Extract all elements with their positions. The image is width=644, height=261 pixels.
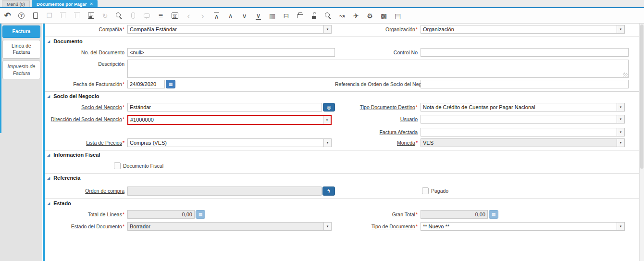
scrollbar-thumb[interactable] (640, 25, 644, 169)
calculator-icon: ▦ (492, 212, 496, 217)
section-socio-del-negocio: ◢ Socio del Negocio (45, 91, 644, 99)
print-icon[interactable] (296, 10, 305, 22)
tipo-documento-destino-select[interactable]: Nota de Crédito de Cuentas por Pagar Nac… (421, 103, 625, 112)
descripcion-label: Descripción (45, 60, 127, 67)
lock-icon[interactable] (310, 10, 319, 22)
form-icon[interactable]: ▤ (393, 10, 402, 22)
calendar-icon: ▦ (169, 82, 173, 87)
chevron-down-icon[interactable]: ▼ (323, 116, 331, 124)
calendar-icon[interactable]: 31 (170, 10, 179, 22)
referencia-orden-label: Referencia de Orden de Socio del Negocio (335, 80, 421, 87)
collapse-icon[interactable]: ◢ (47, 39, 50, 44)
collapse-icon[interactable]: ◢ (47, 176, 50, 180)
usuario-select[interactable]: ▼ (421, 115, 625, 124)
direccion-socio-label: Dirección del Socio del Negocio* (45, 115, 127, 122)
socio-negocio-input[interactable]: Estándar (127, 103, 322, 112)
calendar-picker-button[interactable]: ▦ (166, 80, 175, 88)
tipo-documento-label: Tipo de Documento* (335, 222, 421, 229)
print-preview-icon[interactable]: ▩ (379, 10, 388, 22)
chevron-down-icon[interactable]: ▼ (617, 128, 624, 136)
control-no-input[interactable] (421, 48, 629, 57)
fecha-facturacion-input[interactable]: 24/09/2020 (127, 80, 165, 88)
organizacion-select[interactable]: Organización▼ (421, 25, 625, 34)
last-record-icon[interactable]: ∨ (254, 10, 263, 22)
estado-documento-label: Estado del Documento* (45, 222, 127, 229)
bpartner-info-button[interactable]: ◎ (323, 103, 335, 112)
undo-icon[interactable]: ↶ (3, 10, 12, 22)
chevron-down-icon: ▼ (617, 139, 624, 147)
chevron-down-icon[interactable]: ▼ (617, 223, 624, 230)
toolbar: ↶?❐↻≡31‹›∧∧∨∨▥⊟↝✈⚙▩▤ (0, 8, 644, 24)
copy-record-icon: ❐ (45, 10, 54, 22)
resize-grip-icon[interactable] (623, 73, 628, 77)
organizacion-label: Organización* (335, 25, 421, 32)
section-estado: ◢ Estado (45, 199, 644, 206)
lista-precios-label: Lista de Precios* (45, 138, 127, 146)
tab-menu[interactable]: Menú (0) (2, 0, 30, 7)
preference-icon[interactable]: ⚙ (365, 10, 374, 22)
zoom-icon: ϟ (327, 188, 330, 194)
chevron-down-icon[interactable]: ▼ (617, 115, 624, 123)
factura-afectada-select[interactable]: ▼ (421, 128, 625, 137)
request-icon[interactable]: ✈ (351, 10, 360, 22)
sidebar-tab-impuesto-de-factura[interactable]: Impuesto de Factura (2, 61, 40, 79)
no-documento-input[interactable]: <null> (127, 48, 335, 57)
forward-icon: › (198, 10, 207, 22)
back-icon: ‹ (184, 10, 193, 22)
delete-record-icon (59, 10, 68, 22)
collapse-icon[interactable]: ◢ (47, 153, 50, 157)
help-icon[interactable]: ? (17, 10, 26, 22)
lista-precios-select[interactable]: Compras (VES)▼ (127, 138, 332, 147)
descripcion-textarea[interactable] (127, 60, 629, 78)
chevron-down-icon[interactable]: ▼ (323, 139, 331, 147)
documento-fiscal-checkbox[interactable] (114, 162, 121, 169)
first-record-icon[interactable]: ∧ (212, 10, 221, 22)
sidebar-tab-linea-de-factura[interactable]: Línea de Factura (2, 40, 40, 59)
total-lineas-input: 0,00 (127, 210, 195, 219)
close-tab-icon[interactable]: × (90, 1, 93, 6)
compania-select[interactable]: Compañía Estándar▼ (127, 25, 332, 34)
socio-negocio-label: Socio del Negocio* (45, 103, 127, 110)
chevron-down-icon: ▼ (323, 223, 331, 230)
gran-total-calculator-button[interactable]: ▦ (489, 210, 498, 219)
workflow-icon[interactable]: ↝ (337, 10, 347, 22)
collapse-icon[interactable]: ◢ (47, 201, 50, 206)
next-record-icon[interactable]: ∨ (240, 10, 249, 22)
bpartner-info-icon: ◎ (327, 105, 331, 110)
section-informacion-fiscal: ◢ Informacion Fiscal (45, 150, 644, 158)
gran-total-input: 0,00 (421, 210, 488, 219)
pagado-label: Pagado (431, 186, 448, 194)
report-icon[interactable]: ▥ (268, 10, 277, 22)
collapse-icon[interactable]: ◢ (47, 94, 50, 99)
no-documento-label: No. del Documento (45, 48, 127, 55)
total-lineas-calculator-button[interactable]: ▦ (196, 210, 205, 219)
moneda-select: VES▼ (421, 138, 625, 147)
chevron-down-icon[interactable]: ▼ (323, 25, 331, 33)
chevron-down-icon[interactable]: ▼ (617, 25, 624, 33)
orden-compra-input (127, 186, 322, 196)
sidebar-tab-list: FacturaLínea de FacturaImpuesto de Factu… (0, 24, 42, 261)
archive-icon[interactable]: ⊟ (282, 10, 291, 22)
sidebar-tab-factura[interactable]: Factura (2, 25, 40, 38)
new-record-icon[interactable] (31, 10, 40, 22)
control-no-label: Control No (335, 48, 421, 55)
factura-afectada-label: Factura Afectada (335, 128, 421, 135)
zoom-across-icon[interactable] (323, 10, 333, 22)
pagado-checkbox[interactable] (422, 187, 429, 194)
direccion-socio-select[interactable]: #1000000▼ (127, 115, 332, 125)
referencia-orden-input[interactable] (421, 80, 629, 88)
orden-compra-zoom-button[interactable]: ϟ (322, 186, 335, 196)
tab-documentos-por-pagar[interactable]: Documentos por Pagar× (32, 0, 98, 7)
grid-toggle-icon[interactable]: ≡ (156, 10, 165, 22)
compania-label: Compañía* (45, 25, 127, 32)
save-icon[interactable] (87, 10, 96, 22)
refresh-icon: ↻ (100, 10, 110, 22)
estado-documento-select: Borrador▼ (127, 222, 332, 231)
previous-record-icon[interactable]: ∧ (226, 10, 235, 22)
moneda-label: Moneda* (335, 138, 421, 146)
chevron-down-icon[interactable]: ▼ (617, 103, 624, 111)
total-lineas-label: Total de Líneas* (45, 210, 127, 217)
vertical-scrollbar[interactable] (639, 24, 644, 261)
tipo-documento-select[interactable]: ** Nuevo **▼ (421, 222, 625, 231)
find-record-icon[interactable] (114, 10, 124, 22)
